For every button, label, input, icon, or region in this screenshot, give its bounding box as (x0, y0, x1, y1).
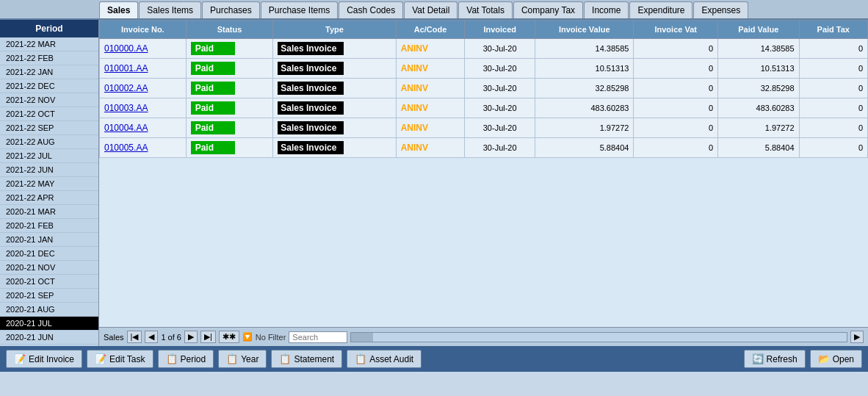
tab-sales-items[interactable]: Sales Items (139, 1, 201, 18)
sidebar-item-5[interactable]: 2021-22 OCT (0, 107, 98, 121)
statement-icon: 📋 (279, 353, 291, 364)
sidebar-item-2[interactable]: 2021-22 JAN (0, 65, 98, 79)
sidebar-item-11[interactable]: 2021-22 APR (0, 191, 98, 205)
type-cell: Sales Invoice (273, 79, 396, 98)
invoice-table: Invoice No.StatusTypeAc/CodeInvoicedInvo… (99, 20, 868, 158)
invoice-no-link[interactable]: 010000.AA (104, 43, 148, 54)
ac-code-cell: ANINV (396, 138, 465, 158)
tab-expenditure[interactable]: Expenditure (629, 1, 692, 18)
sidebar-item-0[interactable]: 2021-22 MAR (0, 37, 98, 51)
sidebar-item-20[interactable]: 2020-21 JUL (0, 317, 98, 331)
status-badge: Paid (191, 62, 235, 75)
type-badge: Sales Invoice (278, 62, 344, 75)
col-invoice-vat: Invoice Vat (634, 21, 718, 39)
sidebar-item-6[interactable]: 2021-22 SEP (0, 121, 98, 135)
tab-company-tax[interactable]: Company Tax (513, 1, 583, 18)
sidebar-item-15[interactable]: 2020-21 DEC (0, 247, 98, 261)
col-invoice-value: Invoice Value (535, 21, 634, 39)
sidebar-item-18[interactable]: 2020-21 SEP (0, 289, 98, 303)
sidebar-item-22[interactable]: 2020-21 MAY (0, 345, 98, 346)
table-row: 010005.AAPaidSales InvoiceANINV30-Jul-20… (100, 138, 868, 158)
edit-invoice-button[interactable]: 📝 Edit Invoice (6, 350, 82, 368)
invoice-no-link[interactable]: 010004.AA (104, 123, 148, 133)
paid-value-cell: 5.88404 (718, 138, 800, 158)
ac-code-value: ANINV (401, 43, 428, 54)
sidebar-item-21[interactable]: 2020-21 JUN (0, 331, 98, 345)
nav-first-button[interactable]: |◀ (127, 331, 142, 343)
invoice-vat-cell: 0 (634, 39, 718, 59)
table-row: 010003.AAPaidSales InvoiceANINV30-Jul-20… (100, 98, 868, 118)
sidebar-item-9[interactable]: 2021-22 JUN (0, 163, 98, 177)
col-invoice-no.: Invoice No. (100, 21, 187, 39)
tab-sales[interactable]: Sales (99, 1, 138, 18)
sidebar-item-3[interactable]: 2021-22 DEC (0, 79, 98, 93)
invoice-no-link[interactable]: 010001.AA (104, 63, 148, 73)
paid-tax-cell: 0 (799, 118, 867, 138)
sidebar-item-17[interactable]: 2020-21 OCT (0, 275, 98, 289)
nav-prev-button[interactable]: ◀ (145, 331, 158, 343)
type-cell: Sales Invoice (273, 59, 396, 79)
scroll-right-button[interactable]: ▶ (850, 331, 864, 343)
edit-invoice-icon: 📝 (14, 353, 26, 364)
tab-purchase-items[interactable]: Purchase Items (261, 1, 338, 18)
sidebar-item-10[interactable]: 2021-22 MAY (0, 177, 98, 191)
invoiced-cell: 30-Jul-20 (465, 118, 535, 138)
paid-tax-cell: 0 (799, 39, 867, 59)
sidebar-item-8[interactable]: 2021-22 JUL (0, 149, 98, 163)
statement-button[interactable]: 📋 Statement (271, 350, 342, 368)
nav-star-button[interactable]: ✱✱ (219, 331, 239, 343)
ac-code-cell: ANINV (396, 59, 465, 79)
sidebar-item-13[interactable]: 2020-21 FEB (0, 219, 98, 233)
paid-tax-cell: 0 (799, 79, 867, 98)
year-button[interactable]: 📋 Year (218, 350, 267, 368)
tab-vat-totals[interactable]: Vat Totals (458, 1, 513, 18)
edit-task-button[interactable]: 📝 Edit Task (87, 350, 153, 368)
col-ac-code: Ac/Code (396, 21, 465, 39)
invoice-vat-cell: 0 (634, 138, 718, 158)
invoice-vat-cell: 0 (634, 59, 718, 79)
invoice-value-cell: 483.60283 (535, 98, 634, 118)
period-button[interactable]: 📋 Period (158, 350, 214, 368)
status-cell: Paid (186, 39, 273, 59)
invoiced-cell: 30-Jul-20 (465, 39, 535, 59)
main-layout: Period 2021-22 MAR2021-22 FEB2021-22 JAN… (0, 20, 868, 346)
paid-tax-cell: 0 (799, 138, 867, 158)
tab-vat-detail[interactable]: Vat Detail (404, 1, 457, 18)
paid-value-cell: 32.85298 (718, 79, 800, 98)
status-badge: Paid (191, 121, 235, 134)
sidebar-item-14[interactable]: 2020-21 JAN (0, 233, 98, 247)
sidebar-item-16[interactable]: 2020-21 NOV (0, 261, 98, 275)
invoice-no-link[interactable]: 010002.AA (104, 83, 148, 93)
paid-value-cell: 10.51313 (718, 59, 800, 79)
open-label: Open (833, 354, 854, 364)
search-input[interactable] (289, 331, 347, 343)
refresh-button[interactable]: 🔄 Refresh (744, 350, 806, 368)
ac-code-cell: ANINV (396, 39, 465, 59)
filter-label: No Filter (256, 333, 286, 342)
status-cell: Paid (186, 59, 273, 79)
scroll-bar[interactable] (350, 332, 847, 342)
tab-purchases[interactable]: Purchases (202, 1, 260, 18)
invoice-no-link[interactable]: 010003.AA (104, 103, 148, 113)
invoice-no-link[interactable]: 010005.AA (104, 143, 148, 153)
year-label: Year (241, 354, 258, 364)
sidebar-item-1[interactable]: 2021-22 FEB (0, 51, 98, 65)
nav-last-button[interactable]: ▶| (200, 331, 216, 343)
col-type: Type (273, 21, 396, 39)
open-button[interactable]: 📂 Open (810, 350, 862, 368)
nav-next-button[interactable]: ▶ (184, 331, 198, 343)
sidebar-item-19[interactable]: 2020-21 AUG (0, 303, 98, 317)
sidebar-item-12[interactable]: 2020-21 MAR (0, 205, 98, 219)
tab-cash-codes[interactable]: Cash Codes (339, 1, 403, 18)
asset-audit-button[interactable]: 📋 Asset Audit (347, 350, 422, 368)
invoice-value-cell: 5.88404 (535, 138, 634, 158)
sidebar-item-7[interactable]: 2021-22 AUG (0, 135, 98, 149)
table-row: 010002.AAPaidSales InvoiceANINV30-Jul-20… (100, 79, 868, 98)
tab-expenses[interactable]: Expenses (693, 1, 748, 18)
open-icon: 📂 (818, 353, 830, 364)
invoice-no-cell: 010005.AA (100, 138, 187, 158)
invoice-no-cell: 010003.AA (100, 98, 187, 118)
sidebar-item-4[interactable]: 2021-22 NOV (0, 93, 98, 107)
refresh-icon: 🔄 (752, 353, 764, 364)
tab-income[interactable]: Income (584, 1, 629, 18)
